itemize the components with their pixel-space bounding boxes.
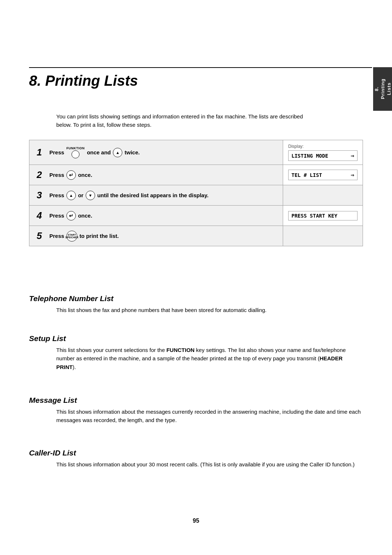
step-4-press: Press	[49, 212, 64, 219]
step-1-display: Display: LISTING MODE ⇒	[283, 140, 363, 165]
intro-text: You can print lists showing settings and…	[56, 113, 303, 129]
up-arrow-icon-1: ▲	[113, 148, 122, 157]
funktion-key-icon: FUNKTION	[66, 147, 85, 158]
step-1-number: 1	[37, 147, 46, 158]
step-5-to-print: to print the list.	[79, 233, 119, 239]
step-2-press: Press	[49, 172, 64, 178]
section-message-text: This list shows information about the me…	[29, 408, 363, 425]
section-setup-text: This list shows your current selections …	[29, 346, 363, 371]
page-container: 8. Printing Lists 8. Printing Lists You …	[0, 0, 392, 555]
step-3-or: or	[78, 192, 83, 198]
step-1-press: Press	[49, 149, 64, 155]
step-1-left: 1 Press FUNKTION once and ▲ twice.	[29, 140, 283, 165]
side-tab-number: 8.	[374, 87, 379, 92]
step-5-press: Press	[49, 233, 64, 239]
page-number: 95	[193, 518, 199, 524]
step-4-left: 4 Press ↵ once.	[29, 206, 283, 226]
section-telephone-text: This list shows the fax and phone number…	[29, 306, 363, 314]
section-message: Message List This list shows information…	[29, 396, 363, 425]
display-text-2: TEL # LIST	[291, 172, 322, 178]
side-tab: 8. Printing Lists	[373, 67, 392, 111]
step-2-left: 2 Press ↵ once.	[29, 165, 283, 185]
step-2-number: 2	[37, 169, 46, 181]
display-label-1: Display:	[288, 144, 358, 149]
step-row-2: 2 Press ↵ once. TEL # LIST ⇒	[29, 165, 363, 185]
step-2-text: Press ↵ once.	[49, 170, 92, 180]
funktion-label: FUNKTION	[66, 147, 85, 150]
step-4-text: Press ↵ once.	[49, 211, 92, 220]
step-5-text: Press STARTSPEICHER to print the list.	[49, 231, 119, 242]
side-tab-inner: 8. Printing Lists	[374, 78, 392, 99]
section-callerid-text: This list shows information about your 3…	[29, 460, 363, 469]
step-3-empty-right	[283, 185, 363, 205]
section-setup: Setup List This list shows your current …	[29, 334, 363, 371]
step-3-until: until the desired list appears in the di…	[97, 192, 208, 198]
section-callerid: Caller-ID List This list shows informati…	[29, 449, 363, 469]
step-5-left: 5 Press STARTSPEICHER to print the list.	[29, 226, 283, 246]
top-rule	[29, 67, 372, 68]
step-4-number: 4	[37, 210, 46, 221]
display-text-4: PRESS START KEY	[291, 213, 337, 219]
step-row-4: 4 Press ↵ once. PRESS START KEY	[29, 206, 363, 226]
step-row-3: 3 Press ▲ or ▼ until the desired list ap…	[29, 185, 363, 206]
chapter-title: 8. Printing Lists	[29, 73, 138, 89]
side-tab-line2: Lists	[386, 82, 392, 95]
function-bold: FUNCTION	[166, 347, 195, 353]
steps-box: 1 Press FUNKTION once and ▲ twice. Displ…	[29, 140, 363, 246]
header-print-bold: HEADER PRINT	[56, 355, 343, 370]
step-3-number: 3	[37, 190, 46, 201]
down-arrow-icon-3: ▼	[86, 191, 95, 200]
step-3-press: Press	[49, 192, 64, 198]
step-4-once: once.	[78, 212, 92, 219]
step-5-number: 5	[37, 230, 46, 242]
section-message-heading: Message List	[29, 396, 363, 405]
step-row-1: 1 Press FUNKTION once and ▲ twice. Displ…	[29, 140, 363, 165]
section-setup-heading: Setup List	[29, 334, 363, 343]
display-box-1: LISTING MODE ⇒	[288, 150, 358, 161]
step-4-display: PRESS START KEY	[283, 206, 363, 226]
step-5-empty-right	[283, 226, 363, 246]
start-speicher-icon: STARTSPEICHER	[66, 231, 77, 242]
step-row-5: 5 Press STARTSPEICHER to print the list.	[29, 226, 363, 246]
display-text-1: LISTING MODE	[291, 153, 328, 159]
enter-key-icon-4: ↵	[66, 211, 76, 220]
display-box-4: PRESS START KEY	[288, 211, 358, 220]
up-arrow-icon-3: ▲	[66, 191, 76, 200]
display-arrow-1: ⇒	[351, 152, 354, 159]
step-3-text: Press ▲ or ▼ until the desired list appe…	[49, 191, 208, 200]
step-3-left: 3 Press ▲ or ▼ until the desired list ap…	[29, 185, 283, 205]
section-telephone: Telephone Number List This list shows th…	[29, 294, 363, 314]
display-arrow-2: ⇒	[351, 171, 354, 178]
step-2-once: once.	[78, 172, 92, 178]
display-box-2: TEL # LIST ⇒	[288, 170, 358, 180]
side-tab-line1: Printing	[380, 78, 385, 99]
funktion-circle-icon	[72, 150, 79, 158]
section-callerid-heading: Caller-ID List	[29, 449, 363, 457]
enter-key-icon-2: ↵	[66, 170, 76, 180]
step-1-once-and: once and	[87, 149, 111, 155]
step-2-display: TEL # LIST ⇒	[283, 165, 363, 185]
step-1-twice: twice.	[124, 149, 140, 155]
step-1-text: Press FUNKTION once and ▲ twice.	[49, 147, 140, 158]
section-telephone-heading: Telephone Number List	[29, 294, 363, 303]
